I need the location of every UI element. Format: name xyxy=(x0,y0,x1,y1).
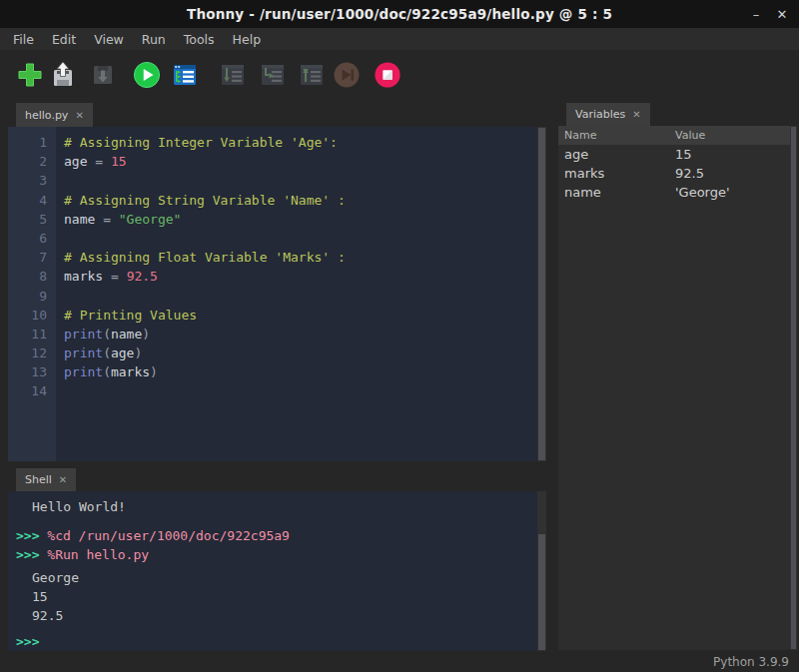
shell-pane[interactable]: Hello World!>>> %cd /run/user/1000/doc/9… xyxy=(8,491,546,651)
variable-name: name xyxy=(564,183,601,202)
variables-scrollbar-thumb[interactable] xyxy=(791,127,796,649)
shell-command-line: >>> %cd /run/user/1000/doc/922c95a9 xyxy=(8,526,537,545)
step-out-button xyxy=(298,61,326,89)
menu-tools[interactable]: Tools xyxy=(175,32,224,47)
code-segment-op: = xyxy=(103,269,126,284)
titlebar: Thonny - /run/user/1000/doc/922c95a9/hel… xyxy=(0,0,799,28)
variables-tab-row: Variables ✕ xyxy=(558,103,797,126)
resume-button xyxy=(333,61,361,89)
code-segment-kw: print xyxy=(64,327,103,341)
line-number: 2 xyxy=(8,152,56,171)
shell-magic-command: %cd /run/user/1000/doc/922c95a9 xyxy=(47,528,290,543)
close-button[interactable]: ✕ xyxy=(767,0,797,28)
shell-output-line: 92.5 xyxy=(8,606,537,625)
tab-close-icon[interactable]: ✕ xyxy=(632,109,640,120)
column-header-value: Value xyxy=(675,126,705,145)
tab-close-icon[interactable]: ✕ xyxy=(75,110,83,121)
tab-close-icon[interactable]: ✕ xyxy=(59,474,67,485)
line-number: 10 xyxy=(8,306,56,325)
code-segment-kw: print xyxy=(64,345,103,360)
variable-row[interactable]: age15 xyxy=(558,145,797,164)
line-number-gutter: 1234567891011121314 xyxy=(8,127,56,461)
menu-run[interactable]: Run xyxy=(133,32,175,47)
shell-scrollbar-thumb[interactable] xyxy=(538,534,545,650)
code-segment-name: age xyxy=(111,345,134,360)
editor-scrollbar-thumb[interactable] xyxy=(538,128,545,460)
code-segment-name: name xyxy=(111,327,142,341)
step-over-button xyxy=(219,61,247,89)
shell-block-output: George1592.5 xyxy=(8,568,537,625)
shell-prompt: >>> xyxy=(16,634,39,649)
editor-tab-row: hello.py ✕ xyxy=(8,103,546,127)
code-area[interactable]: # Assigning Integer Variable 'Age':age =… xyxy=(56,127,537,461)
code-line: marks = 92.5 xyxy=(64,267,537,286)
shell-block-commands: >>> %cd /run/user/1000/doc/922c95a9>>> %… xyxy=(8,526,537,564)
tab-hello-py[interactable]: hello.py ✕ xyxy=(16,103,93,127)
variables-header: Name Value xyxy=(558,126,797,145)
menu-edit[interactable]: Edit xyxy=(43,32,85,47)
variable-row[interactable]: name'George' xyxy=(558,183,797,202)
code-segment-name: marks xyxy=(64,269,103,284)
shell-content[interactable]: Hello World!>>> %cd /run/user/1000/doc/9… xyxy=(8,491,537,651)
line-number: 14 xyxy=(8,381,56,400)
toolbar xyxy=(0,50,799,100)
debug-script-button[interactable] xyxy=(171,61,199,89)
tab-variables-label: Variables xyxy=(575,108,625,121)
python-version-label: Python 3.9.9 xyxy=(713,655,789,669)
code-line: age = 15 xyxy=(64,152,537,171)
code-segment-name: marks xyxy=(111,364,150,379)
menu-help[interactable]: Help xyxy=(224,32,271,47)
variables-rows: age15marks92.5name'George' xyxy=(558,145,797,202)
code-segment-comment: # Assigning Float Variable 'Marks' : xyxy=(64,250,346,265)
shell-block-prompt: >>> xyxy=(8,634,537,649)
tab-shell[interactable]: Shell ✕ xyxy=(16,468,76,491)
code-line xyxy=(64,381,537,400)
variable-value: 92.5 xyxy=(675,164,704,183)
floppy-arrow-down-icon xyxy=(89,61,117,89)
column-header-name: Name xyxy=(564,126,596,145)
code-segment-op: ) xyxy=(150,364,158,379)
code-line: # Printing Values xyxy=(64,306,537,325)
line-number: 8 xyxy=(8,267,56,286)
line-number: 12 xyxy=(8,343,56,362)
step-out-icon xyxy=(298,61,326,89)
tab-variables[interactable]: Variables ✕ xyxy=(566,103,650,126)
shell-output-line: 15 xyxy=(8,587,537,606)
tab-shell-label: Shell xyxy=(25,473,52,486)
code-segment-op: = xyxy=(87,154,110,169)
code-segment-str: "George" xyxy=(119,212,182,227)
run-script-button[interactable] xyxy=(133,61,161,89)
editor-pane[interactable]: 1234567891011121314 # Assigning Integer … xyxy=(8,127,546,461)
statusbar: Python 3.9.9 xyxy=(0,651,799,672)
resume-play-icon xyxy=(333,61,361,89)
blue-debug-list-icon xyxy=(171,61,199,89)
floppy-arrow-up-icon xyxy=(49,61,77,89)
menubar: FileEditViewRunToolsHelp xyxy=(0,28,799,50)
step-into-icon xyxy=(259,61,287,89)
shell-block-output: Hello World! xyxy=(8,497,537,516)
shell-tab-row: Shell ✕ xyxy=(8,468,546,491)
window-title: Thonny - /run/user/1000/doc/922c95a9/hel… xyxy=(187,6,612,22)
load-script-button[interactable] xyxy=(49,61,77,89)
step-over-icon xyxy=(219,61,247,89)
code-segment-op: ( xyxy=(103,364,111,379)
shell-output-line: George xyxy=(8,568,537,587)
line-number: 11 xyxy=(8,325,56,343)
line-number: 3 xyxy=(8,171,56,190)
code-segment-comment: # Printing Values xyxy=(64,308,197,323)
code-segment-op: ) xyxy=(134,345,142,360)
code-line xyxy=(64,287,537,306)
stop-button[interactable] xyxy=(374,61,401,89)
menu-view[interactable]: View xyxy=(85,32,133,47)
new-script-button[interactable] xyxy=(16,61,44,89)
tab-hello-py-label: hello.py xyxy=(25,109,68,122)
code-segment-op: ( xyxy=(103,327,111,341)
shell-prompt: >>> xyxy=(16,547,47,562)
menu-file[interactable]: File xyxy=(4,32,43,47)
variable-row[interactable]: marks92.5 xyxy=(558,164,797,183)
variable-name: age xyxy=(564,145,588,164)
code-segment-op: ( xyxy=(103,345,111,360)
code-line: # Assigning String Variable 'Name' : xyxy=(64,191,537,210)
shell-output-line: Hello World! xyxy=(8,497,537,516)
line-number: 9 xyxy=(8,287,56,306)
